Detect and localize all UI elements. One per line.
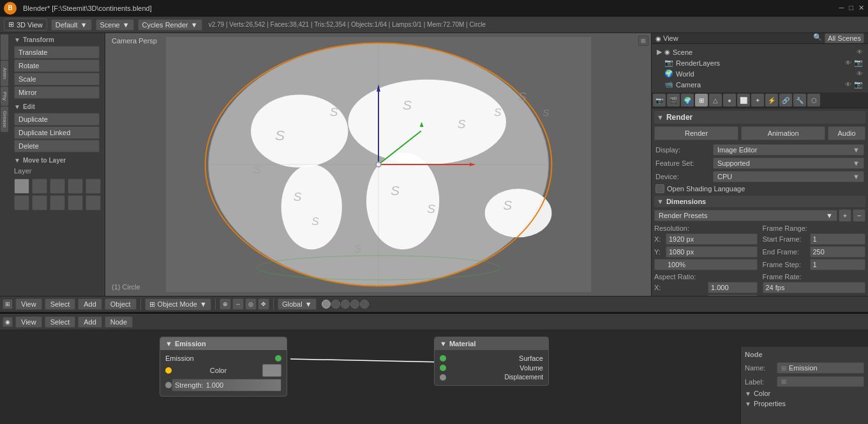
select-menu-btn[interactable]: Select xyxy=(45,298,76,310)
tree-item-camera[interactable]: 📹 Camera 👁 📷 xyxy=(654,79,865,90)
strength-input-socket[interactable] xyxy=(165,382,172,388)
duplicate-btn[interactable]: Duplicate xyxy=(14,113,100,126)
editor-type-icon-bottom[interactable]: ⊞ xyxy=(3,299,13,309)
mode-selector[interactable]: ⊞ Object Mode ▼ xyxy=(145,298,211,311)
transform-orient-btn[interactable]: ↔ xyxy=(232,298,244,310)
camera-eye[interactable]: 👁 xyxy=(845,81,851,88)
node-view-btn[interactable]: View xyxy=(15,316,42,328)
edit-section-header[interactable]: ▼ Edit xyxy=(10,101,103,112)
feature-set-selector[interactable]: Supported ▼ xyxy=(713,157,864,169)
start-frame-input[interactable]: 1 xyxy=(810,233,866,245)
color-block[interactable] xyxy=(262,364,281,377)
viewport-menu-btn[interactable]: ⊞ xyxy=(638,36,648,46)
render-section-header[interactable]: ▼ Render xyxy=(654,111,865,124)
viewport[interactable]: Camera Persp xyxy=(105,33,651,296)
res-percent-btn[interactable]: 100% xyxy=(654,259,758,270)
strength-slider[interactable]: Strength: 1.000 xyxy=(172,379,281,391)
properties-section-header[interactable]: ▼ Properties xyxy=(745,400,864,407)
audio-btn[interactable]: Audio xyxy=(828,126,865,140)
close-btn[interactable]: ✕ xyxy=(858,4,864,12)
animation-btn[interactable]: Animation xyxy=(741,126,825,140)
render-btn[interactable]: Render xyxy=(654,126,738,140)
view-menu-btn[interactable]: View xyxy=(15,298,42,310)
node-node-btn[interactable]: Node xyxy=(105,316,133,328)
layer-dot-1[interactable] xyxy=(322,300,331,309)
preset-remove-btn[interactable]: − xyxy=(853,209,865,222)
duplicate-linked-btn[interactable]: Duplicate Linked xyxy=(14,126,100,139)
scene-selector[interactable]: Scene ▼ xyxy=(96,19,134,31)
scene-eye-btn[interactable]: 👁 xyxy=(857,48,863,55)
device-selector[interactable]: CPU ▼ xyxy=(713,171,864,182)
volume-socket[interactable] xyxy=(440,365,446,371)
displacement-socket[interactable] xyxy=(440,374,446,381)
layer-cell-3[interactable] xyxy=(50,179,65,194)
frame-step-input[interactable]: 1 xyxy=(810,259,866,270)
tab-transform[interactable] xyxy=(1,34,8,60)
rotate-btn[interactable]: Rotate xyxy=(14,59,100,72)
display-selector[interactable]: Image Editor ▼ xyxy=(713,144,864,156)
layer-cell-7[interactable] xyxy=(32,195,47,210)
node-canvas[interactable]: ▼ Emission Emission Color xyxy=(0,330,868,424)
renderlayers-camera-icon[interactable]: 📷 xyxy=(854,59,863,67)
engine-selector[interactable]: Cycles Render ▼ xyxy=(138,19,202,31)
layer-cell-9[interactable] xyxy=(68,195,83,210)
layer-dot-4[interactable] xyxy=(350,300,359,309)
props-tab-object[interactable]: ⊞ xyxy=(695,94,708,106)
node-name-value[interactable]: ⊞ Emission xyxy=(777,362,864,374)
emission-node-header[interactable]: ▼ Emission xyxy=(160,337,287,350)
maximize-btn[interactable]: □ xyxy=(849,4,853,12)
props-tab-constraints[interactable]: 🔗 xyxy=(779,94,792,106)
tab-anim[interactable]: Anim xyxy=(1,61,8,86)
snap-btn[interactable]: ⊕ xyxy=(220,298,231,310)
right-panel-search[interactable]: 🔍 xyxy=(813,33,822,43)
props-tab-particles[interactable]: ✦ xyxy=(751,94,764,106)
mirror-btn[interactable]: Mirror xyxy=(14,86,100,99)
color-input-socket[interactable] xyxy=(165,367,172,374)
add-menu-btn[interactable]: Add xyxy=(78,298,102,310)
object-menu-btn[interactable]: Object xyxy=(105,298,137,310)
transform-section-header[interactable]: ▼ Transform xyxy=(10,34,103,45)
props-tab-physics[interactable]: ⚡ xyxy=(765,94,778,106)
tree-item-world[interactable]: 🌍 World 👁 xyxy=(654,68,865,79)
frame-rate-input[interactable]: 24 fps xyxy=(763,282,866,293)
view-btn[interactable]: View xyxy=(663,34,678,42)
tab-phy[interactable]: Phy xyxy=(1,87,8,106)
pivot-btn[interactable]: ◎ xyxy=(245,298,257,310)
render-presets-dropdown[interactable]: Render Presets ▼ xyxy=(654,210,837,221)
tree-item-renderlayers[interactable]: 📷 RenderLayers 👁 📷 xyxy=(654,57,865,68)
surface-socket[interactable] xyxy=(440,355,446,362)
tab-grease[interactable]: Grease xyxy=(1,106,8,132)
res-x-input[interactable]: 1920 px xyxy=(666,233,758,245)
move-to-layer-section-header[interactable]: ▼ Move to Layer xyxy=(10,155,103,166)
all-scenes-selector[interactable]: All Scenes xyxy=(825,33,864,43)
scale-btn[interactable]: Scale xyxy=(14,73,100,85)
layer-cell-2[interactable] xyxy=(32,179,47,194)
preset-add-btn[interactable]: + xyxy=(839,209,851,222)
end-frame-input[interactable]: 250 xyxy=(810,246,866,258)
camera-link-icon[interactable]: 📷 xyxy=(854,80,863,89)
tree-item-scene[interactable]: ▶ ◉ Scene 👁 xyxy=(654,47,865,57)
layer-dot-2[interactable] xyxy=(331,300,340,309)
minimize-btn[interactable]: ─ xyxy=(839,4,844,12)
layer-cell-6[interactable] xyxy=(14,195,29,210)
renderlayers-eye[interactable]: 👁 xyxy=(845,59,851,66)
props-tab-mesh[interactable]: △ xyxy=(709,94,722,106)
layer-cell-1[interactable] xyxy=(14,179,29,194)
layer-dot-5[interactable] xyxy=(360,300,369,309)
node-select-btn[interactable]: Select xyxy=(45,316,76,328)
node-editor-type-icon[interactable]: ◉ xyxy=(3,317,13,327)
dimensions-section-header[interactable]: ▼ Dimensions xyxy=(654,196,865,207)
aspect-x-input[interactable]: 1.000 xyxy=(708,282,758,293)
emission-output-socket[interactable] xyxy=(275,355,281,362)
layer-dot-3[interactable] xyxy=(341,300,350,309)
editor-type-selector[interactable]: ⊞ 3D View xyxy=(4,18,47,31)
props-tab-data[interactable]: ⬡ xyxy=(807,94,820,106)
layer-cell-8[interactable] xyxy=(50,195,65,210)
layer-cell-10[interactable] xyxy=(86,195,101,210)
layout-selector[interactable]: Default ▼ xyxy=(51,19,92,31)
res-y-input[interactable]: 1080 px xyxy=(666,246,758,258)
layer-cell-5[interactable] xyxy=(86,179,101,194)
material-header[interactable]: ▼ Material xyxy=(435,337,548,350)
color-section-header[interactable]: ▼ Color xyxy=(745,390,864,397)
delete-btn[interactable]: Delete xyxy=(14,140,100,152)
